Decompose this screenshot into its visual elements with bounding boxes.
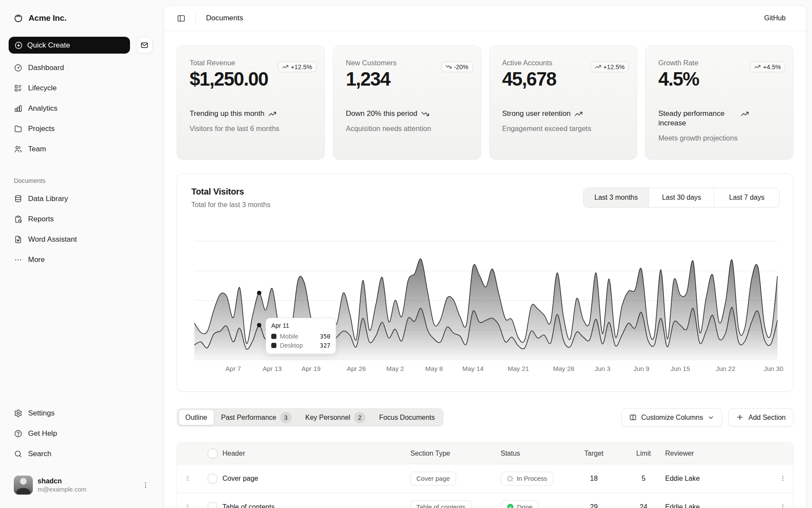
desktop-swatch bbox=[271, 343, 276, 348]
customize-columns-label: Customize Columns bbox=[641, 414, 703, 422]
card-total-revenue: Total Revenue +12.5% $1,250.00 Trending … bbox=[177, 45, 325, 160]
chart-subtitle: Total for the last 3 months bbox=[191, 201, 270, 209]
file-word-icon bbox=[14, 235, 22, 244]
row-menu-icon[interactable] bbox=[771, 503, 793, 508]
mail-icon bbox=[140, 41, 149, 49]
tab-key-personnel[interactable]: Key Personnel2 bbox=[299, 410, 372, 425]
trend-badge: +12.5% bbox=[278, 61, 317, 72]
mail-button[interactable] bbox=[136, 37, 153, 54]
tab-label: Outline bbox=[185, 414, 207, 422]
card-footer-title: Trending up this month bbox=[190, 109, 264, 118]
status-badge: Done bbox=[501, 500, 539, 508]
tab-past-performance[interactable]: Past Performance3 bbox=[215, 410, 298, 425]
row-header[interactable]: Cover page bbox=[218, 475, 410, 482]
circle-plus-icon bbox=[14, 41, 23, 50]
status-badge: In Process bbox=[501, 472, 553, 486]
sidebar-item-label: Team bbox=[28, 145, 46, 153]
page-title: Documents bbox=[206, 14, 243, 22]
sidebar-item-more[interactable]: More bbox=[9, 252, 155, 268]
sidebar-item-reports[interactable]: Reports bbox=[9, 211, 155, 227]
trend-badge: -20% bbox=[441, 61, 473, 72]
chart-bar-icon bbox=[14, 104, 22, 113]
row-target[interactable]: 18 bbox=[566, 475, 622, 482]
tab-count-badge: 3 bbox=[280, 412, 292, 423]
svg-text:Jun 22: Jun 22 bbox=[716, 365, 735, 372]
row-limit[interactable]: 5 bbox=[622, 475, 665, 482]
sidebar-section-label: Documents bbox=[14, 176, 45, 186]
sidebar-item-label: Get Help bbox=[28, 429, 57, 438]
drag-handle-icon[interactable] bbox=[177, 475, 198, 482]
sidebar-item-label: Search bbox=[28, 450, 51, 458]
select-all-checkbox[interactable] bbox=[208, 449, 217, 458]
range-last-30-days[interactable]: Last 30 days bbox=[649, 188, 714, 207]
columns-icon bbox=[629, 413, 637, 422]
col-reviewer: Reviewer bbox=[665, 450, 771, 457]
trending-down-icon bbox=[445, 64, 452, 70]
card-value: $1,250.00 bbox=[190, 69, 268, 89]
tab-label: Past Performance bbox=[221, 414, 276, 422]
quick-create-button[interactable]: Quick Create bbox=[9, 37, 130, 54]
sidebar-item-settings[interactable]: Settings bbox=[9, 405, 155, 422]
panel-left-icon[interactable] bbox=[177, 14, 186, 23]
row-checkbox[interactable] bbox=[208, 502, 217, 508]
tooltip-series-value: 327 bbox=[320, 342, 330, 349]
row-reviewer[interactable]: Eddie Lake bbox=[665, 503, 771, 508]
sidebar-nav-documents: Data Library Reports Word Assistant More bbox=[9, 191, 155, 272]
drag-handle-icon[interactable] bbox=[177, 503, 198, 508]
github-link[interactable]: GitHub bbox=[764, 14, 793, 22]
sidebar-item-projects[interactable]: Projects bbox=[9, 121, 155, 137]
trending-up-icon bbox=[268, 110, 276, 118]
card-growth-rate: Growth Rate +4.5% 4.5% Steady performanc… bbox=[645, 45, 793, 160]
row-limit[interactable]: 24 bbox=[622, 503, 665, 508]
svg-text:May 8: May 8 bbox=[425, 365, 443, 372]
add-section-button[interactable]: Add Section bbox=[728, 408, 793, 427]
tab-outline[interactable]: Outline bbox=[179, 410, 214, 425]
col-section-type: Section Type bbox=[410, 450, 501, 457]
sidebar-item-get-help[interactable]: Get Help bbox=[9, 425, 155, 442]
svg-text:Apr 7: Apr 7 bbox=[225, 365, 241, 372]
chart-title: Total Visitors bbox=[191, 187, 244, 197]
sidebar-item-data-library[interactable]: Data Library bbox=[9, 191, 155, 207]
sidebar-item-label: Projects bbox=[28, 125, 54, 133]
folder-icon bbox=[14, 125, 22, 133]
sidebar-item-dashboard[interactable]: Dashboard bbox=[9, 60, 155, 76]
row-target[interactable]: 29 bbox=[566, 503, 622, 508]
trending-down-icon bbox=[421, 110, 429, 118]
dashboard-icon bbox=[14, 64, 22, 72]
sidebar-item-analytics[interactable]: Analytics bbox=[9, 100, 155, 117]
customize-columns-button[interactable]: Customize Columns bbox=[621, 408, 722, 427]
row-reviewer[interactable]: Eddie Lake bbox=[665, 475, 771, 482]
tab-focus-documents[interactable]: Focus Documents bbox=[373, 410, 441, 425]
table-row: Cover page Cover page In Process 18 5 Ed… bbox=[177, 464, 793, 493]
range-last-7-days[interactable]: Last 7 days bbox=[714, 188, 779, 207]
user-menu[interactable]: shadcn m@example.com bbox=[9, 472, 155, 498]
sidebar-item-word-assistant[interactable]: Word Assistant bbox=[9, 231, 155, 248]
tab-label: Focus Documents bbox=[379, 414, 435, 422]
user-name: shadcn bbox=[38, 476, 137, 486]
row-menu-icon[interactable] bbox=[771, 475, 793, 482]
sidebar-item-team[interactable]: Team bbox=[9, 141, 155, 157]
user-email: m@example.com bbox=[38, 486, 137, 494]
row-header[interactable]: Table of contents bbox=[218, 503, 410, 508]
trend-badge-value: +12.5% bbox=[603, 64, 625, 70]
svg-text:May 28: May 28 bbox=[553, 365, 574, 372]
sidebar: Acme Inc. Quick Create Dashboard Lifecyc… bbox=[0, 0, 163, 508]
card-footer-title: Strong user retention bbox=[502, 109, 571, 118]
sidebar-item-lifecycle[interactable]: Lifecycle bbox=[9, 80, 155, 96]
sections-table: Header Section Type Status Target Limit … bbox=[177, 442, 793, 508]
chevron-down-icon bbox=[707, 414, 714, 421]
card-value: 1,234 bbox=[346, 69, 390, 89]
sidebar-item-search[interactable]: Search bbox=[9, 446, 155, 462]
dots-vertical-icon[interactable] bbox=[142, 481, 149, 489]
range-last-3-months[interactable]: Last 3 months bbox=[584, 188, 649, 207]
tooltip-series-name: Desktop bbox=[280, 342, 317, 349]
row-checkbox[interactable] bbox=[208, 474, 217, 483]
section-type-badge: Cover page bbox=[410, 472, 456, 486]
time-range-toggle: Last 3 months Last 30 days Last 7 days bbox=[583, 188, 780, 208]
brand[interactable]: Acme Inc. bbox=[9, 10, 72, 27]
plus-icon bbox=[736, 413, 744, 422]
report-icon bbox=[14, 215, 22, 224]
visitors-area-chart[interactable]: Apr 7Apr 13Apr 19Apr 26May 2May 8May 14M… bbox=[177, 226, 794, 381]
tooltip-date: Apr 11 bbox=[271, 322, 330, 329]
quick-create-label: Quick Create bbox=[27, 41, 70, 50]
